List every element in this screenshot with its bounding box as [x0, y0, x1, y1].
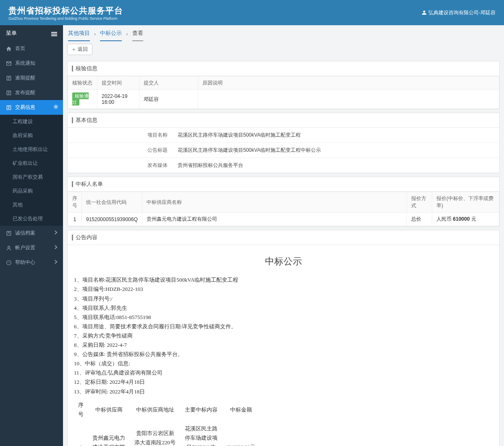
sub-item-5[interactable]: 药品采购 — [0, 184, 63, 198]
content-line: 3、项目序列号:/ — [74, 294, 493, 303]
panel-basic: 基本信息 项目名称花溪区民主路停车场建设项目500kVA临时施工配变工程公告标题… — [67, 113, 500, 173]
app-header: 贵州省招标投标公共服务平台 GuiZhou Province Tendering… — [0, 0, 504, 25]
content-line: 12、定标日期: 2022年4月18日 — [74, 377, 493, 387]
status-badge: 核验通过 — [72, 92, 89, 106]
sidebar-item-label: 帐户设置 — [15, 244, 35, 251]
win-col-name: 中标供应商名称 — [142, 192, 407, 213]
content-lines: 1、项目名称:花溪区民主路停车场建设项目500kVA临时施工配变工程2、项目编号… — [74, 275, 493, 396]
verify-col-reason: 原因说明 — [198, 77, 499, 90]
back-button[interactable]: 返回 — [67, 44, 92, 55]
content-line: 5、项目联系电话:0851-85755198 — [74, 313, 493, 322]
win-col-code: 统一社会信用代码 — [82, 192, 142, 213]
content-line: 7、采购方式:竞争性磋商 — [74, 331, 493, 340]
verify-person: 邓廷容 — [139, 90, 198, 109]
sidebar-item-5[interactable]: 诚信档案 — [0, 226, 63, 240]
it-c2: 贵阳市云岩区新添大道南段220号乌江怡苑1单元23层1号 — [130, 422, 180, 446]
sidebar-item-6[interactable]: 帐户设置 — [0, 240, 63, 255]
content-line: 8、采购日期: 2022-4-7 — [74, 340, 493, 350]
bid-inner-table: 序号 中标供应商 中标供应商地址 主要中标内容 中标金额 1 贵州鑫元电力建设工… — [74, 398, 260, 446]
nav-list: 首页系统通知逾期提醒发布提醒交易信息工程建设政府采购土地使用权出让矿业权出让国有… — [0, 41, 63, 270]
sidebar-item-7[interactable]: 帮助中心 — [0, 255, 63, 270]
sidebar-item-label: 帮助中心 — [15, 259, 35, 266]
content-line: 13、评审时间: 2022年4月18日 — [74, 387, 493, 396]
it-c0: 1 — [74, 422, 88, 446]
basic-label: 项目名称 — [68, 128, 173, 143]
sidebar-item-label: 逾期提醒 — [15, 74, 35, 82]
sidebar-item-label: 交易信息 — [15, 104, 35, 111]
it-h1: 中标供应商 — [88, 398, 130, 422]
sub-item-2[interactable]: 土地使用权出让 — [0, 143, 63, 156]
panel-winners-title: 中标人名单 — [68, 177, 499, 192]
sub-item-1[interactable]: 政府采购 — [0, 129, 63, 143]
back-label: 返回 — [78, 46, 88, 53]
sidebar-item-0[interactable]: 首页 — [0, 41, 63, 56]
it-h4: 中标金额 — [222, 398, 260, 422]
chevron-right-icon — [53, 230, 59, 237]
announcement-heading: 中标公示 — [74, 249, 493, 275]
it-h3: 主要中标内容 — [180, 398, 222, 422]
chevron-right-icon — [53, 244, 59, 251]
it-h2: 中标供应商地址 — [130, 398, 180, 422]
win-code: 91520000551939006Q — [82, 213, 142, 226]
win-method: 总价 — [407, 213, 432, 226]
menu-toggle-icon[interactable] — [51, 31, 57, 35]
toolbar: 返回 — [63, 41, 504, 58]
sub-item-4[interactable]: 国有产权交易 — [0, 170, 63, 184]
sidebar-item-2[interactable]: 逾期提醒 — [0, 71, 63, 85]
it-c1: 贵州鑫元电力建设工程有限公司 — [88, 422, 130, 446]
content-line: 2、项目编号:HDZB-2022-103 — [74, 285, 493, 294]
back-icon — [72, 48, 76, 52]
user-name: 弘典建设咨询有限公司-邓廷容 — [428, 9, 496, 16]
breadcrumb: 其他项目 › 中标公示 › 查看 — [63, 25, 504, 41]
svg-point-0 — [54, 105, 58, 109]
win-col-price: 报价(中标价、下浮率或费率) — [432, 192, 499, 213]
sub-item-3[interactable]: 矿业权出让 — [0, 156, 63, 170]
announcement-body: 中标公示 1、项目名称:花溪区民主路停车场建设项目500kVA临时施工配变工程2… — [68, 245, 499, 446]
breadcrumb-item-1[interactable]: 其他项目 — [68, 29, 90, 41]
content-line: 1、项目名称:花溪区民主路停车场建设项目500kVA临时施工配变工程 — [74, 275, 493, 285]
breadcrumb-current: 查看 — [132, 29, 143, 41]
it-c3: 花溪区民主路停车场建设项目500kVA临时施工配变工程 — [180, 422, 222, 446]
panel-content-title: 公告内容 — [68, 230, 499, 245]
chevron-right-icon — [53, 259, 59, 266]
sub-item-6[interactable]: 其他 — [0, 198, 63, 212]
basic-row-1: 公告标题花溪区民主路停车场建设项目500kVA临时施工配变工程中标公示 — [68, 143, 499, 158]
user-info[interactable]: 弘典建设咨询有限公司-邓廷容 — [422, 9, 496, 16]
panel-winners: 中标人名单 序号 统一社会信用代码 中标供应商名称 报价方式 报价(中标价、下浮… — [67, 177, 500, 227]
breadcrumb-sep: › — [94, 31, 96, 40]
sub-item-0[interactable]: 工程建设 — [0, 115, 63, 129]
win-name: 贵州鑫元电力建设工程有限公司 — [142, 213, 407, 226]
verify-table: 核验状态 提交时间 提交人 原因说明 核验通过 2022-04-19 16:00… — [68, 76, 499, 109]
sidebar-item-1[interactable]: 系统通知 — [0, 56, 63, 71]
content-line: 6、项目用途、简要技术要求及合同履行日期:详见竞争性磋商文件。 — [74, 322, 493, 331]
sidebar-item-4[interactable]: 交易信息 — [0, 100, 63, 115]
sidebar-item-3[interactable]: 发布提醒 — [0, 85, 63, 100]
svg-point-1 — [8, 246, 10, 248]
content-line: 10、中标（成交）信息: — [74, 359, 493, 368]
breadcrumb-item-2[interactable]: 中标公示 — [100, 29, 122, 41]
content-line: 9、公告媒体: 贵州省招标投标公共服务平台。 — [74, 350, 493, 359]
sidebar-item-label: 系统通知 — [15, 60, 35, 67]
win-col-method: 报价方式 — [407, 192, 432, 213]
user-icon — [422, 10, 427, 15]
basic-label: 公告标题 — [68, 143, 173, 158]
basic-value: 贵州省招标投标公共服务平台 — [173, 158, 499, 173]
content-line: 11、评审地点:弘典建设咨询有限公司 — [74, 368, 493, 377]
basic-value: 花溪区民主路停车场建设项目500kVA临时施工配变工程 — [173, 128, 499, 143]
win-price: 人民币 610000 元 — [432, 213, 499, 226]
verify-col-status: 核验状态 — [68, 77, 97, 90]
panel-content: 公告内容 中标公示 1、项目名称:花溪区民主路停车场建设项目500kVA临时施工… — [67, 230, 500, 446]
basic-info-rows: 项目名称花溪区民主路停车场建设项目500kVA临时施工配变工程公告标题花溪区民主… — [68, 128, 499, 173]
sidebar-item-label: 发布提醒 — [15, 89, 35, 96]
sidebar: 菜单 首页系统通知逾期提醒发布提醒交易信息工程建设政府采购土地使用权出让矿业权出… — [0, 25, 63, 446]
sidebar-title-label: 菜单 — [6, 29, 17, 37]
panel-verify-title: 核验信息 — [68, 61, 499, 76]
sub-item-7[interactable]: 已发公告处理 — [0, 212, 63, 226]
brand: 贵州省招标投标公共服务平台 GuiZhou Province Tendering… — [8, 5, 123, 21]
sidebar-item-label: 诚信档案 — [15, 230, 35, 237]
winners-table: 序号 统一社会信用代码 中标供应商名称 报价方式 报价(中标价、下浮率或费率) … — [68, 192, 499, 226]
panel-verify: 核验信息 核验状态 提交时间 提交人 原因说明 核验通过 2022-04-19 … — [67, 61, 500, 109]
basic-row-2: 发布媒体贵州省招标投标公共服务平台 — [68, 158, 499, 173]
verify-row: 核验通过 2022-04-19 16:00 邓廷容 — [68, 90, 499, 109]
it-row: 1 贵州鑫元电力建设工程有限公司 贵阳市云岩区新添大道南段220号乌江怡苑1单元… — [74, 422, 260, 446]
